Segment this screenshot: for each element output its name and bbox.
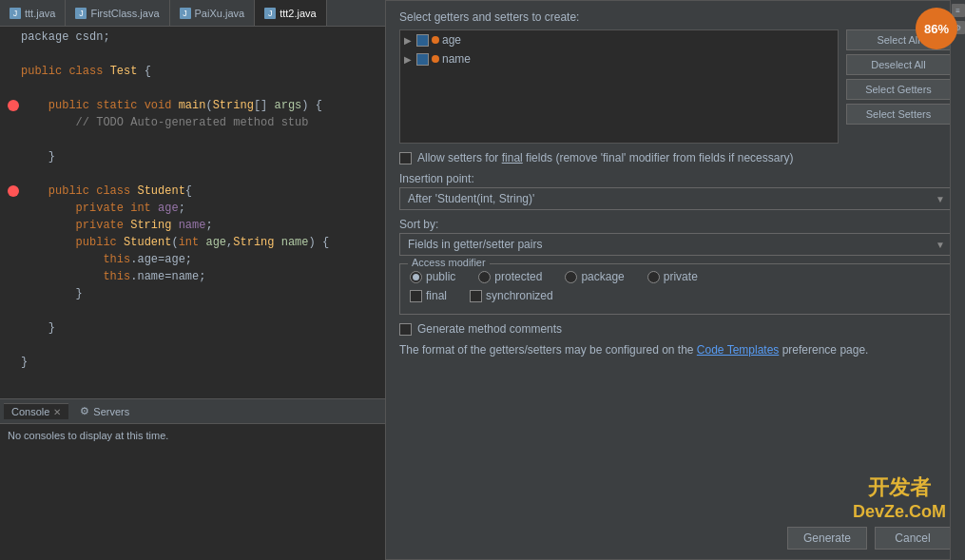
radio-package[interactable]: package	[565, 270, 624, 283]
radio-protected-circle[interactable]	[478, 271, 491, 283]
radio-row: public protected package private	[410, 270, 940, 283]
tree-list: ▶ age ▶ name	[399, 29, 839, 144]
console-tab-label: Console	[11, 406, 49, 417]
tree-checkbox-name[interactable]	[416, 53, 429, 66]
cancel-button[interactable]: Cancel	[875, 527, 951, 550]
tab-ttt[interactable]: J ttt.java	[0, 0, 66, 26]
servers-tab-label: Servers	[93, 406, 129, 417]
synchronized-checkbox[interactable]	[470, 290, 482, 302]
code-line: // TODO Auto-generated method stub	[0, 114, 385, 131]
synchronized-checkbox-item[interactable]: synchronized	[470, 289, 553, 302]
tab-paixu[interactable]: J PaiXu.java	[170, 0, 256, 26]
radio-private[interactable]: private	[647, 270, 698, 283]
radio-public-circle[interactable]	[410, 271, 422, 283]
insertion-point-dropdown-row: After 'Student(int, String)' ▼	[399, 187, 951, 210]
format-text: The format of the getters/setters may be…	[399, 343, 951, 357]
sort-by-dropdown-row: Fields in getter/setter pairs ▼	[399, 233, 951, 256]
console-text: No consoles to display at this time.	[8, 430, 168, 441]
tab-firstclass[interactable]: J FirstClass.java	[66, 0, 169, 26]
insertion-point-section: Insertion point: After 'Student(int, Str…	[399, 172, 951, 210]
code-line	[0, 165, 385, 183]
java-icon-4: J	[264, 8, 276, 19]
dialog-footer: Generate Cancel	[386, 517, 964, 559]
code-line	[0, 302, 385, 319]
console-tab[interactable]: Console ✕	[4, 403, 68, 419]
tab-ttt2-label: ttt2.java	[280, 8, 317, 19]
java-icon-3: J	[180, 8, 191, 19]
code-line	[0, 80, 385, 97]
code-line: private String name;	[0, 217, 385, 234]
code-line: public Student(int age,String name) {	[0, 234, 385, 251]
tree-arrow: ▶	[404, 35, 414, 46]
insertion-point-select[interactable]: After 'Student(int, String)'	[399, 187, 951, 210]
radio-private-label: private	[664, 270, 698, 283]
generate-comments-label: Generate method comments	[417, 322, 562, 336]
console-content: No consoles to display at this time.	[0, 424, 385, 447]
format-text-pre: The format of the getters/setters may be…	[399, 343, 697, 357]
java-icon: J	[10, 8, 21, 19]
radio-package-circle[interactable]	[565, 271, 577, 283]
final-checkbox-item[interactable]: final	[410, 289, 447, 302]
ide-panel: J ttt.java J FirstClass.java J PaiXu.jav…	[0, 0, 385, 560]
code-line: }	[0, 319, 385, 337]
radio-protected[interactable]: protected	[478, 270, 542, 283]
java-icon-2: J	[75, 8, 87, 19]
dialog-body: ▶ age ▶ name Select All Deselect All Sel…	[386, 29, 964, 517]
insertion-point-label: Insertion point:	[399, 172, 951, 185]
tree-label-age: age	[442, 33, 461, 47]
tree-dot-name	[432, 55, 439, 63]
tree-item-age[interactable]: ▶ age	[400, 30, 838, 49]
synchronized-label: synchronized	[486, 289, 553, 302]
allow-setters-row: Allow setters for final fields (remove '…	[399, 151, 951, 164]
code-line	[0, 337, 385, 354]
servers-tab-icon: ⚙	[80, 405, 89, 417]
select-setters-button[interactable]: Select Setters	[846, 104, 951, 125]
breakpoint-1	[8, 100, 19, 111]
radio-private-circle[interactable]	[647, 271, 660, 283]
radio-public[interactable]: public	[410, 270, 455, 283]
tree-arrow-2: ▶	[404, 54, 414, 65]
code-templates-link[interactable]: Code Templates	[697, 343, 780, 357]
format-text-post: preference page.	[779, 343, 868, 357]
breakpoint-2	[8, 185, 19, 197]
tab-ttt2[interactable]: J ttt2.java	[255, 0, 327, 26]
progress-value: 86%	[924, 22, 949, 36]
final-label: final	[426, 289, 447, 302]
generate-comments-row: Generate method comments	[399, 322, 951, 336]
tab-paixu-label: PaiXu.java	[195, 8, 245, 19]
tabs-bar: J ttt.java J FirstClass.java J PaiXu.jav…	[0, 0, 385, 27]
servers-tab[interactable]: ⚙ Servers	[72, 403, 137, 419]
progress-badge: 86%	[916, 8, 957, 49]
console-close[interactable]: ✕	[53, 407, 61, 417]
code-line: this.age=age;	[0, 251, 385, 268]
modifier-checkbox-row: final synchronized	[410, 289, 940, 302]
tree-area: ▶ age ▶ name Select All Deselect All Sel…	[399, 29, 951, 144]
allow-setters-checkbox[interactable]	[399, 152, 412, 164]
bottom-panel: Console ✕ ⚙ Servers No consoles to displ…	[0, 398, 385, 560]
tab-firstclass-label: FirstClass.java	[90, 8, 159, 19]
code-area: package csdn; public class Test { public…	[0, 27, 385, 375]
code-line: this.name=name;	[0, 268, 385, 285]
sort-by-label: Sort by:	[399, 218, 951, 231]
access-modifier-title: Access modifier	[408, 257, 490, 268]
dialog: Select getters and setters to create: ▶ …	[385, 0, 965, 560]
code-line: }	[0, 148, 385, 165]
code-line: public class Test {	[0, 63, 385, 80]
code-line: }	[0, 285, 385, 302]
radio-public-label: public	[426, 270, 455, 283]
final-checkbox[interactable]	[410, 290, 422, 302]
sort-by-select[interactable]: Fields in getter/setter pairs	[399, 233, 951, 256]
tree-item-name[interactable]: ▶ name	[400, 49, 838, 68]
deselect-all-button[interactable]: Deselect All	[846, 54, 951, 75]
generate-comments-checkbox[interactable]	[399, 323, 412, 336]
sort-by-section: Sort by: Fields in getter/setter pairs ▼	[399, 218, 951, 256]
radio-protected-label: protected	[494, 270, 542, 283]
generate-button[interactable]: Generate	[787, 527, 867, 550]
code-line: package csdn;	[0, 29, 385, 46]
right-toolbar: ≡ ⚙	[950, 0, 965, 560]
tab-ttt-label: ttt.java	[25, 8, 55, 19]
tree-checkbox-age[interactable]	[416, 34, 429, 47]
code-line: public static void main(String[] args) {	[0, 97, 385, 114]
access-modifier-group: Access modifier public protected package…	[399, 263, 951, 315]
select-getters-button[interactable]: Select Getters	[846, 79, 951, 100]
